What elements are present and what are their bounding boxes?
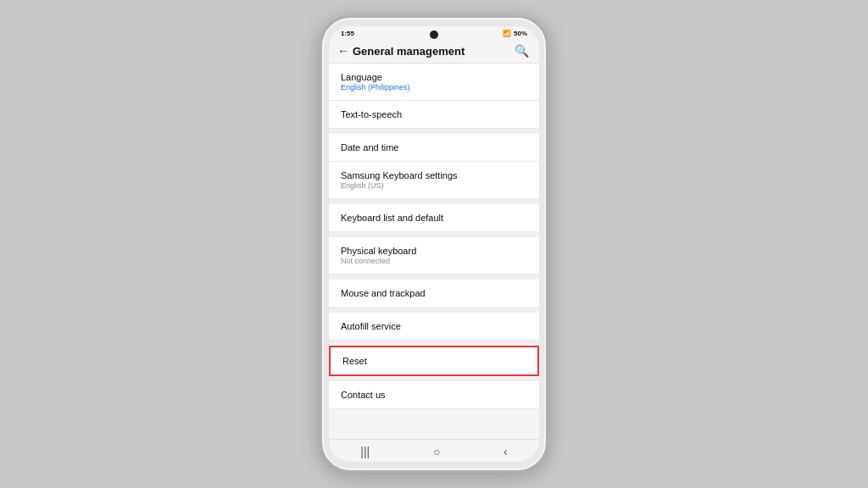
settings-item-title-text-to-speech: Text-to-speech [341, 109, 527, 119]
back-nav-button[interactable]: ‹ [504, 445, 508, 458]
top-bar: ← General management 🔍 [329, 39, 539, 64]
phone-frame: 1:55 📶 50% ← General management 🔍 Langua… [320, 15, 548, 473]
status-icons: 📶 50% [503, 30, 527, 37]
home-button[interactable]: ○ [433, 445, 440, 458]
page-title: General management [353, 45, 465, 58]
settings-item-physical-keyboard[interactable]: Physical keyboardNot connected [329, 237, 539, 274]
wifi-icon: 📶 [503, 30, 511, 37]
settings-item-samsung-keyboard[interactable]: Samsung Keyboard settingsEnglish (US) [329, 162, 539, 199]
settings-item-title-contact-us: Contact us [341, 390, 527, 400]
settings-item-mouse-trackpad[interactable]: Mouse and trackpad [329, 280, 539, 308]
settings-item-reset[interactable]: Reset [329, 346, 539, 376]
settings-item-subtitle-samsung-keyboard: English (US) [341, 181, 527, 190]
settings-item-autofill[interactable]: Autofill service [329, 313, 539, 341]
phone-screen: 1:55 📶 50% ← General management 🔍 Langua… [329, 26, 539, 462]
settings-item-keyboard-list[interactable]: Keyboard list and default [329, 204, 539, 232]
settings-item-title-mouse-trackpad: Mouse and trackpad [341, 288, 527, 298]
back-button[interactable]: ← [337, 44, 349, 58]
settings-list: LanguageEnglish (Philippines)Text-to-spe… [329, 64, 539, 439]
status-time: 1:55 [341, 30, 354, 37]
settings-item-subtitle-language: English (Philippines) [341, 83, 527, 92]
settings-item-title-keyboard-list: Keyboard list and default [341, 213, 527, 223]
top-bar-left: ← General management [337, 44, 465, 58]
nav-bar: ||| ○ ‹ [329, 439, 539, 462]
settings-item-title-reset: Reset [342, 356, 526, 366]
settings-item-title-physical-keyboard: Physical keyboard [341, 246, 527, 256]
settings-item-contact-us[interactable]: Contact us [329, 381, 539, 409]
settings-item-date-time[interactable]: Date and time [329, 134, 539, 162]
settings-item-text-to-speech[interactable]: Text-to-speech [329, 101, 539, 129]
recent-apps-button[interactable]: ||| [360, 445, 370, 458]
settings-item-title-samsung-keyboard: Samsung Keyboard settings [341, 170, 527, 180]
settings-item-language[interactable]: LanguageEnglish (Philippines) [329, 64, 539, 101]
search-icon[interactable]: 🔍 [515, 44, 529, 58]
settings-item-title-language: Language [341, 72, 527, 82]
camera-notch [430, 30, 438, 39]
settings-item-subtitle-physical-keyboard: Not connected [341, 257, 527, 265]
settings-item-title-date-time: Date and time [341, 142, 527, 152]
battery-icon: 50% [514, 30, 527, 37]
settings-item-title-autofill: Autofill service [341, 321, 527, 331]
